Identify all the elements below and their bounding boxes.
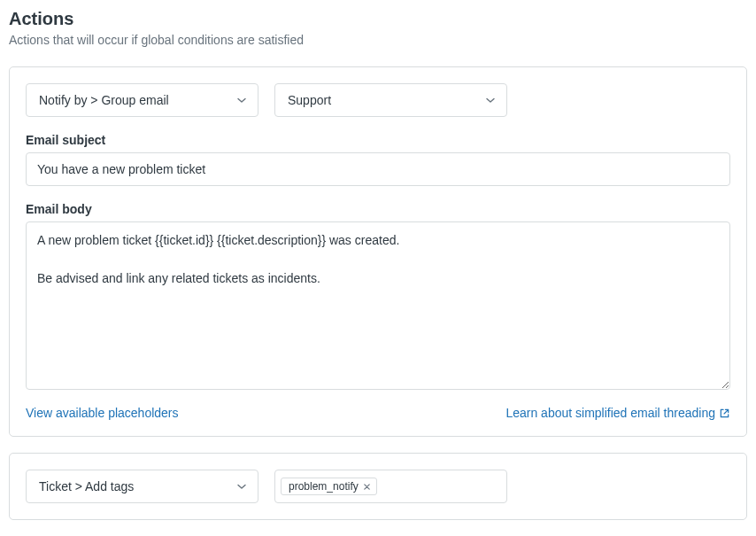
remove-tag-button[interactable] xyxy=(363,483,371,491)
group-select-value: Support xyxy=(288,93,331,107)
tag-chip: problem_notify xyxy=(281,478,377,495)
action-card-notify: Notify by > Group email Support Email su… xyxy=(9,66,747,437)
action-card-tags: Ticket > Add tags problem_notify xyxy=(9,453,747,520)
threading-link-label: Learn about simplified email threading xyxy=(505,406,715,420)
action-type-select-value: Ticket > Add tags xyxy=(39,479,134,493)
tags-input[interactable]: problem_notify xyxy=(274,470,507,503)
email-body-textarea[interactable] xyxy=(26,221,730,390)
page-subtitle: Actions that will occur if global condit… xyxy=(9,33,747,47)
action-type-select[interactable]: Notify by > Group email xyxy=(26,83,258,117)
action-type-select-value: Notify by > Group email xyxy=(39,93,169,107)
action-type-select[interactable]: Ticket > Add tags xyxy=(26,470,258,503)
chevron-down-icon xyxy=(236,95,247,105)
chevron-down-icon xyxy=(236,481,247,492)
view-placeholders-link[interactable]: View available placeholders xyxy=(26,406,179,420)
group-select[interactable]: Support xyxy=(274,83,507,117)
tag-chip-label: problem_notify xyxy=(289,480,359,493)
email-body-label: Email body xyxy=(26,202,730,216)
email-subject-input[interactable] xyxy=(26,152,730,186)
chevron-down-icon xyxy=(485,95,496,105)
threading-link[interactable]: Learn about simplified email threading xyxy=(505,406,730,420)
email-subject-label: Email subject xyxy=(26,133,730,147)
external-link-icon xyxy=(719,408,730,419)
page-title: Actions xyxy=(9,9,747,29)
